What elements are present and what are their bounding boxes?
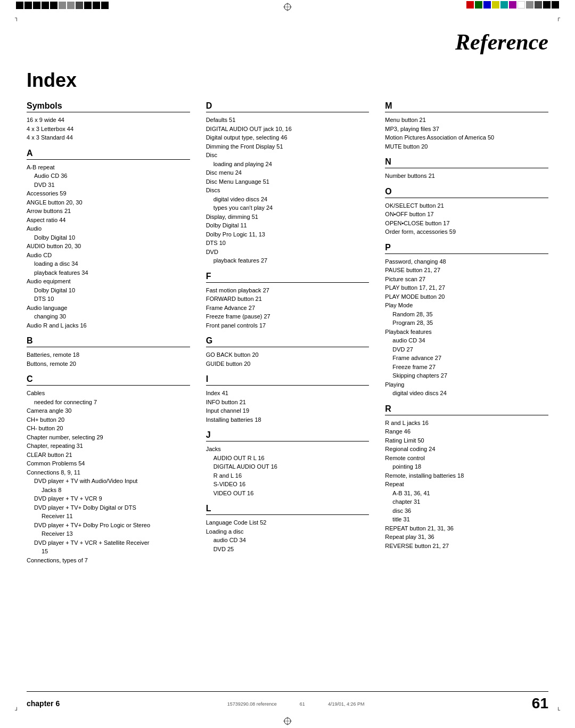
section-heading-p: P	[385, 243, 548, 254]
index-entry: Freeze frame (pause) 27	[206, 312, 369, 321]
bottom-left: chapter 6	[27, 699, 60, 708]
section-heading-n: N	[385, 157, 548, 168]
index-entry: VIDEO OUT 16	[206, 489, 369, 498]
color-block	[76, 2, 83, 9]
index-entry: Playback features	[385, 328, 548, 337]
index-entry: CLEAR button 21	[27, 451, 190, 460]
section-heading-a: A	[27, 149, 190, 160]
page-number: 61	[532, 695, 548, 711]
index-entry: Regional coding 24	[385, 445, 548, 454]
color-block-gray	[526, 1, 533, 9]
index-entry: Disc Menu Language 51	[206, 177, 369, 186]
index-entry: Batteries, remote 18	[27, 350, 190, 359]
corner-mark-bl: ┘	[15, 707, 19, 713]
index-entry: Digital output type, selecting 46	[206, 133, 369, 142]
index-entry: Audio	[27, 224, 190, 233]
index-entry: Accessories 59	[27, 189, 190, 198]
index-entry: Aspect ratio 44	[27, 216, 190, 225]
index-entry: FORWARD button 21	[206, 295, 369, 304]
color-block	[42, 2, 49, 9]
index-entry: DVD player + TV+ Dolby Pro Logic or Ster…	[27, 521, 190, 530]
index-entry: loading a disc 34	[27, 259, 190, 268]
index-entry: DVD 25	[206, 545, 369, 554]
section-heading-o: O	[385, 187, 548, 198]
index-entry: DTS 10	[206, 239, 369, 248]
index-entry: 16 x 9 wide 44	[27, 116, 190, 125]
index-entry: Dolby Digital 10	[27, 286, 190, 295]
top-bar-right	[466, 1, 559, 9]
index-entry: needed for connecting 7	[27, 398, 190, 407]
index-entry: Defaults 51	[206, 116, 369, 125]
column-3: MMenu button 21MP3, playing files 37Moti…	[385, 101, 548, 550]
index-entry: CH+ button 20	[27, 415, 190, 424]
index-entry: disc 36	[385, 506, 548, 516]
index-entry: Loading a disc	[206, 527, 369, 536]
color-block-green	[475, 1, 482, 9]
index-entry: PLAY button 17, 21, 27	[385, 283, 548, 292]
index-entry: Range 46	[385, 427, 548, 436]
index-entry: Audio language	[27, 304, 190, 313]
color-block-black	[543, 1, 551, 9]
index-entry: OK/SELECT button 21	[385, 201, 548, 210]
bottom-right: 61	[532, 695, 548, 712]
index-entry: Audio CD 36	[27, 171, 190, 181]
corner-mark-tr: ┌	[556, 15, 560, 21]
index-entry: DVD 31	[27, 181, 190, 190]
corner-mark-tl: ┐	[15, 15, 19, 21]
reg-mark-top	[283, 3, 292, 11]
column-2: DDefaults 51DIGITAL AUDIO OUT jack 10, 1…	[206, 101, 369, 553]
index-entry: R and L 16	[206, 471, 369, 480]
color-block-black2	[552, 1, 559, 9]
index-entry: digital video discs 24	[385, 389, 548, 398]
index-entry: Dolby Digital 10	[27, 233, 190, 242]
index-entry: audio CD 34	[206, 536, 369, 545]
index-entry: Number buttons 21	[385, 171, 548, 181]
section-heading-i: I	[206, 374, 369, 386]
index-entry: DTS 10	[27, 295, 190, 304]
index-entry: Index 41	[206, 389, 369, 398]
color-block-red	[466, 1, 474, 9]
index-entry: Connections, types of 7	[27, 556, 190, 565]
index-entry: R and L jacks 16	[385, 419, 548, 428]
index-entry: Play Mode	[385, 301, 548, 310]
section-heading-symbols: Symbols	[27, 101, 190, 112]
reference-title: Reference	[455, 29, 548, 55]
index-entry: 15	[27, 547, 190, 556]
corner-mark-br: └	[556, 707, 560, 713]
color-block	[59, 2, 66, 9]
index-entry: S-VIDEO 16	[206, 480, 369, 489]
color-block-magenta	[509, 1, 516, 9]
index-entry: Display, dimming 51	[206, 212, 369, 222]
index-entry: digital video discs 24	[206, 195, 369, 204]
color-block	[93, 2, 100, 9]
index-entry: Installing batteries 18	[206, 415, 369, 424]
index-entry: Audio R and L jacks 16	[27, 321, 190, 330]
index-entry: Jacks	[206, 445, 369, 454]
chapter-label: chapter 6	[27, 699, 60, 708]
column-1: Symbols16 x 9 wide 444 x 3 Letterbox 444…	[27, 101, 190, 565]
bottom-center: 15739290.08 reference 61 4/19/01, 4:26 P…	[227, 700, 365, 707]
index-entry: Jacks 8	[27, 486, 190, 495]
index-entry: Playing	[385, 380, 548, 389]
bottom-date: 4/19/01, 4:26 PM	[328, 701, 365, 707]
index-entry: Repeat play 31, 36	[385, 533, 548, 542]
index-entry: Fast motion playback 27	[206, 286, 369, 295]
index-entry: MP3, playing files 37	[385, 125, 548, 134]
index-entry: Language Code List 52	[206, 518, 369, 527]
index-entry: Audio equipment	[27, 277, 190, 286]
section-heading-m: M	[385, 101, 548, 112]
index-entry: Program 28, 35	[385, 318, 548, 328]
index-entry: Cables	[27, 389, 190, 398]
index-entry: Arrow buttons 21	[27, 207, 190, 216]
index-entry: CH- button 20	[27, 424, 190, 433]
section-heading-b: B	[27, 336, 190, 347]
section-heading-r: R	[385, 404, 548, 415]
reg-mark-bottom	[283, 717, 292, 725]
index-entry: loading and playing 24	[206, 160, 369, 169]
index-entry: DIGITAL AUDIO OUT 16	[206, 462, 369, 471]
index-entry: Receiver 11	[27, 512, 190, 521]
index-entry: PAUSE button 21, 27	[385, 266, 548, 275]
index-entry: Motion Pictures Association of America 5…	[385, 133, 548, 142]
index-entry: Dolby Digital 11	[206, 221, 369, 230]
index-entry: Frame advance 27	[385, 354, 548, 363]
